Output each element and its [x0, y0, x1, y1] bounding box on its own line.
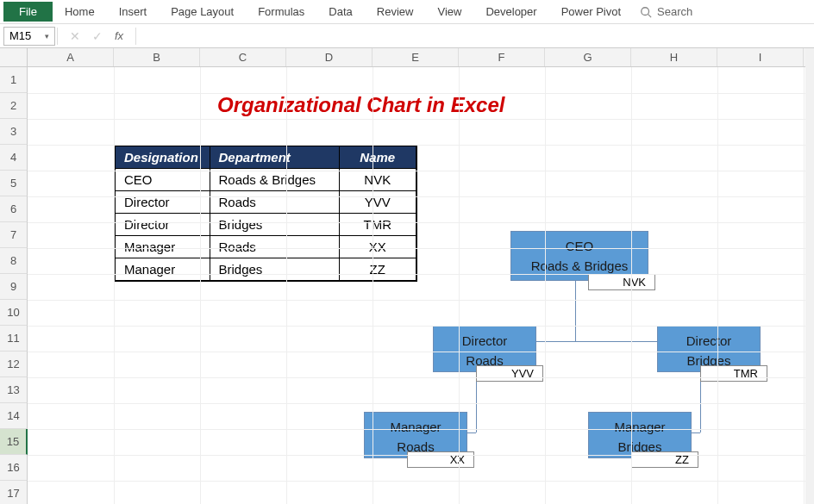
row-header-12[interactable]: 12 — [0, 352, 28, 377]
col-header-i[interactable]: I — [717, 48, 804, 66]
cell-department[interactable]: Bridges — [210, 214, 339, 236]
row-header-5[interactable]: 5 — [0, 171, 28, 196]
col-header-h[interactable]: H — [631, 48, 717, 66]
vertical-scrollbar[interactable] — [805, 48, 814, 504]
page-title: Organizational Chart in Excel — [217, 93, 504, 117]
ribbon-tab-file[interactable]: File — [3, 2, 53, 22]
org-name-tag-mgr2[interactable]: ZZ — [631, 451, 698, 468]
node-title: Director — [665, 332, 753, 352]
col-header-d[interactable]: D — [286, 48, 373, 66]
table-row: DirectorRoadsYVV — [115, 191, 416, 214]
grid-area[interactable]: Organizational Chart in Excel Designatio… — [28, 67, 814, 504]
org-name-tag-mgr1[interactable]: XX — [407, 451, 474, 468]
cell-designation[interactable]: Director — [115, 214, 210, 236]
org-name-tag-dir2[interactable]: TMR — [700, 365, 767, 382]
row-header-10[interactable]: 10 — [0, 300, 28, 326]
row-header-4[interactable]: 4 — [0, 145, 28, 171]
row-header-11[interactable]: 11 — [0, 326, 28, 352]
table-header-row: Designation Department Name — [115, 146, 416, 169]
confirm-icon[interactable]: ✓ — [92, 29, 103, 43]
fx-controls: ✕ ✓ fx — [58, 29, 135, 43]
row-header-9[interactable]: 9 — [0, 274, 28, 300]
org-name-tag-dir1[interactable]: YVV — [476, 365, 543, 382]
node-title: Manager — [596, 418, 684, 438]
table-row: CEORoads & BridgesNVK — [115, 169, 416, 191]
name-box[interactable]: M15 ▾ — [3, 27, 55, 46]
row-header-15[interactable]: 15 — [0, 429, 28, 455]
row-header-17[interactable]: 17 — [0, 481, 28, 504]
connector — [692, 432, 700, 433]
th-designation: Designation — [115, 146, 210, 169]
ribbon-tab-developer[interactable]: Developer — [473, 2, 548, 22]
ribbon-tab-page-layout[interactable]: Page Layout — [159, 2, 246, 22]
search-box[interactable]: Search — [640, 5, 692, 18]
cell-designation[interactable]: Manager — [115, 258, 210, 282]
ribbon-tab-review[interactable]: Review — [365, 2, 426, 22]
formula-bar-row: M15 ▾ ✕ ✓ fx — [0, 24, 814, 48]
col-header-f[interactable]: F — [459, 48, 545, 66]
th-name: Name — [339, 146, 416, 169]
col-header-e[interactable]: E — [373, 48, 459, 66]
formula-input[interactable] — [136, 27, 814, 46]
th-department: Department — [210, 146, 339, 169]
node-title: Director — [441, 332, 529, 352]
fx-label[interactable]: fx — [115, 29, 123, 42]
svg-point-0 — [642, 7, 649, 15]
search-icon — [640, 6, 652, 18]
connector — [467, 432, 476, 433]
ribbon-tab-insert[interactable]: Insert — [107, 2, 160, 22]
row-header-2[interactable]: 2 — [0, 93, 28, 119]
row-header-3[interactable]: 3 — [0, 119, 28, 145]
row-header-14[interactable]: 14 — [0, 403, 28, 429]
row-header-1[interactable]: 1 — [0, 67, 28, 93]
row-header-13[interactable]: 13 — [0, 377, 28, 403]
ribbon-tab-view[interactable]: View — [425, 2, 473, 22]
cell-name[interactable]: NVK — [339, 169, 416, 191]
svg-line-1 — [648, 14, 652, 17]
dropdown-icon: ▾ — [45, 32, 49, 40]
org-chart[interactable]: CEORoads & BridgesNVKDirectorRoadsYVVDir… — [338, 231, 814, 504]
node-dept: Roads & Bridges — [518, 257, 641, 277]
row-header-16[interactable]: 16 — [0, 455, 28, 481]
cell-department[interactable]: Roads — [210, 236, 339, 258]
row-header-8[interactable]: 8 — [0, 248, 28, 274]
cell-designation[interactable]: CEO — [115, 169, 210, 191]
ribbon-tab-power-pivot[interactable]: Power Pivot — [549, 2, 633, 22]
node-title: CEO — [518, 237, 641, 257]
node-title: Manager — [372, 418, 460, 438]
cell-designation[interactable]: Director — [115, 191, 210, 214]
name-box-value: M15 — [9, 29, 31, 42]
col-header-a[interactable]: A — [28, 48, 114, 66]
worksheet: A B C D E F G H I 1234567891011121314151… — [0, 48, 814, 504]
ribbon: File Home Insert Page Layout Formulas Da… — [0, 0, 814, 24]
col-header-b[interactable]: B — [114, 48, 200, 66]
org-name-tag-ceo[interactable]: NVK — [588, 274, 655, 290]
ribbon-tab-data[interactable]: Data — [316, 2, 364, 22]
row-header-6[interactable]: 6 — [0, 196, 28, 222]
cell-department[interactable]: Roads & Bridges — [210, 169, 339, 191]
cell-department[interactable]: Roads — [210, 191, 339, 214]
column-headers: A B C D E F G H I — [0, 48, 814, 67]
select-all-corner[interactable] — [0, 48, 28, 66]
col-header-g[interactable]: G — [545, 48, 631, 66]
ribbon-tab-formulas[interactable]: Formulas — [246, 2, 316, 22]
cancel-icon[interactable]: ✕ — [70, 29, 80, 43]
cell-designation[interactable]: Manager — [115, 236, 210, 258]
cell-name[interactable]: YVV — [339, 191, 416, 214]
connector — [575, 281, 576, 341]
ribbon-tab-home[interactable]: Home — [53, 2, 107, 22]
cell-department[interactable]: Bridges — [210, 258, 339, 282]
col-header-c[interactable]: C — [200, 48, 286, 66]
search-label: Search — [657, 5, 692, 18]
row-headers: 1234567891011121314151617 — [0, 67, 28, 504]
row-header-7[interactable]: 7 — [0, 222, 28, 248]
